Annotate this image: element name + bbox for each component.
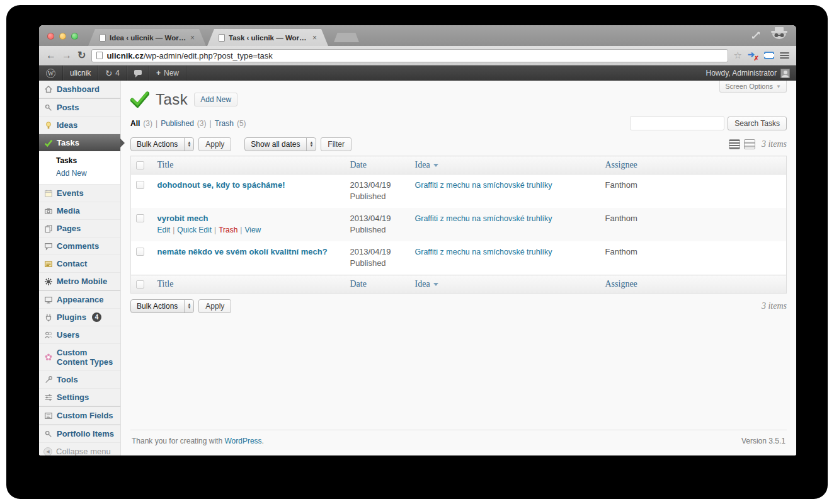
gear-icon [43, 277, 53, 286]
items-count: 3 items [762, 139, 787, 149]
sidebar-item-label: Users [57, 330, 79, 340]
trash-link[interactable]: Trash [219, 226, 237, 234]
avatar [780, 69, 790, 78]
collapse-menu-button[interactable]: ◀ Collapse menu [39, 443, 120, 455]
status-text: Published [350, 225, 405, 234]
pushpin-icon [43, 103, 53, 112]
filter-published[interactable]: Published [161, 119, 194, 128]
sidebar-item-portfolio-items[interactable]: Portfolio Items [39, 425, 120, 443]
contact-form-icon [43, 260, 53, 268]
chrome-menu-icon[interactable] [780, 51, 789, 60]
filter-trash[interactable]: Trash [215, 119, 234, 128]
add-new-button[interactable]: Add New [194, 93, 237, 106]
task-title-link[interactable]: nemáte někdo ve svém okolí kvalitní mech… [157, 247, 328, 256]
extension-fullscreen-icon[interactable] [764, 52, 774, 59]
sidebar-item-plugins[interactable]: Plugins 4 [39, 309, 120, 326]
sidebar-item-comments[interactable]: Comments [39, 238, 120, 255]
row-checkbox[interactable] [136, 248, 144, 256]
sidebar-item-contact[interactable]: Contact [39, 255, 120, 273]
list-view-icon[interactable] [729, 139, 740, 149]
sidebar-item-tools[interactable]: Tools [39, 371, 120, 389]
my-account-menu[interactable]: Howdy, Administrator [700, 69, 796, 78]
task-title-link[interactable]: vyrobit mech [157, 214, 208, 223]
row-checkbox[interactable] [136, 181, 144, 189]
sidebar-item-metro-mobile[interactable]: Metro Mobile [39, 273, 120, 290]
idea-link[interactable]: Graffiti z mechu na smíchovské truhlíky [415, 181, 552, 190]
view-link[interactable]: View [244, 226, 261, 234]
quick-edit-link[interactable]: Quick Edit [177, 226, 212, 234]
column-title[interactable]: Title [152, 156, 345, 175]
sidebar-item-custom-content-types[interactable]: Custom Content Types [39, 344, 120, 371]
bulk-actions-select[interactable]: Bulk Actions ▲▼ [130, 137, 194, 151]
sidebar-item-posts[interactable]: Posts [39, 99, 120, 117]
select-all-checkbox[interactable] [136, 280, 144, 289]
new-tab-button[interactable] [334, 33, 359, 42]
comments-menu[interactable] [127, 66, 149, 81]
status-text: Published [350, 258, 405, 268]
sidebar-item-users[interactable]: Users [39, 326, 120, 344]
address-bar[interactable]: ulicnik.cz/wp-admin/edit.php?post_type=t… [91, 49, 728, 62]
submenu-item-add-new[interactable]: Add New [56, 167, 120, 180]
dates-filter-select[interactable]: Show all dates ▲▼ [244, 137, 316, 151]
sidebar-item-media[interactable]: Media [39, 202, 120, 220]
excerpt-view-icon[interactable] [744, 139, 755, 149]
flower-icon [43, 353, 53, 362]
apply-button[interactable]: Apply [198, 299, 231, 313]
search-input[interactable] [630, 116, 724, 130]
column-idea[interactable]: Idea [410, 275, 600, 294]
apply-button[interactable]: Apply [198, 137, 231, 151]
zoom-window-button[interactable] [71, 33, 78, 40]
column-idea[interactable]: Idea [410, 156, 600, 175]
minimize-window-button[interactable] [59, 33, 66, 40]
column-assignee[interactable]: Assignee [600, 275, 787, 294]
sidebar-item-custom-fields[interactable]: Custom Fields [39, 407, 120, 425]
bulk-actions-select[interactable]: Bulk Actions ▲▼ [130, 299, 194, 313]
task-title-link[interactable]: dohodnout se, kdy to spácháme! [157, 180, 285, 190]
content-spacer [130, 319, 787, 430]
reload-icon[interactable]: ↻ [77, 50, 86, 60]
column-date[interactable]: Date [345, 275, 410, 294]
select-all-checkbox[interactable] [136, 161, 144, 169]
close-tab-icon[interactable]: × [312, 33, 317, 42]
close-tab-icon[interactable]: × [190, 33, 195, 42]
bookmark-star-icon[interactable]: ☆ [734, 50, 742, 61]
assignee-name: Fanthom [605, 247, 637, 256]
idea-link[interactable]: Graffiti z mechu na smíchovské truhlíky [415, 248, 552, 256]
edit-link[interactable]: Edit [157, 226, 171, 234]
search-box: Search Tasks [630, 116, 787, 130]
submenu-item-tasks[interactable]: Tasks [56, 154, 120, 167]
site-name-menu[interactable]: ulicnik [63, 66, 98, 81]
sidebar-item-label: Posts [57, 103, 79, 112]
forward-icon[interactable]: → [62, 50, 72, 60]
tab-task[interactable]: Task ‹ ulicnik — WordPress × [207, 29, 328, 46]
sidebar-item-ideas[interactable]: Ideas [39, 117, 120, 134]
sidebar-item-settings[interactable]: Settings [39, 389, 120, 406]
users-icon [43, 331, 53, 340]
close-window-button[interactable] [47, 33, 54, 40]
search-tasks-button[interactable]: Search Tasks [728, 117, 787, 130]
main-content: Screen Options ▼ Task Add New All (3) | … [121, 81, 796, 455]
extension-redirect-blocker-icon[interactable]: ➔ ✗ [748, 51, 758, 60]
sidebar-item-dashboard[interactable]: Dashboard [39, 81, 120, 98]
sidebar-item-tasks[interactable]: Tasks [39, 134, 120, 151]
new-content-menu[interactable]: + New [149, 66, 186, 81]
table-row: nemáte někdo ve svém okolí kvalitní mech… [131, 241, 787, 275]
sidebar-item-events[interactable]: Events [39, 185, 120, 202]
lightbulb-icon [43, 121, 53, 130]
row-checkbox[interactable] [136, 214, 144, 222]
sidebar-item-appearance[interactable]: Appearance [39, 291, 120, 309]
updates-menu[interactable]: ↻ 4 [98, 66, 127, 81]
sidebar-item-pages[interactable]: Pages [39, 220, 120, 238]
screen-options-tab[interactable]: Screen Options ▼ [719, 81, 787, 93]
wp-logo-menu[interactable]: W [39, 66, 63, 81]
column-date[interactable]: Date [345, 156, 410, 175]
filter-button[interactable]: Filter [321, 137, 351, 151]
settings-icon [43, 393, 53, 402]
column-title[interactable]: Title [152, 275, 345, 294]
column-assignee[interactable]: Assignee [600, 156, 787, 175]
tab-idea[interactable]: Idea ‹ ulicnik — WordPress × [88, 29, 206, 46]
filter-all[interactable]: All [130, 119, 140, 128]
wordpress-link[interactable]: WordPress [224, 437, 261, 445]
back-icon[interactable]: ← [46, 50, 56, 60]
idea-link[interactable]: Graffiti z mechu na smíchovské truhlíky [415, 214, 552, 223]
